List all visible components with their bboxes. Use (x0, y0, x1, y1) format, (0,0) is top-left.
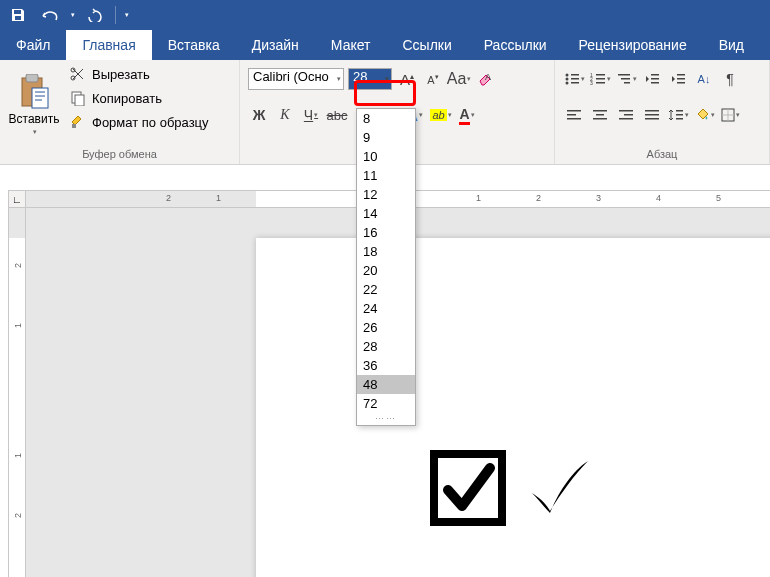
eraser-icon: A (477, 71, 493, 87)
bold-button[interactable]: Ж (248, 104, 270, 126)
align-center-icon (593, 109, 607, 121)
font-size-option[interactable]: 24 (357, 299, 415, 318)
checkmark-icon (524, 453, 594, 523)
tab-review[interactable]: Рецензирование (563, 30, 703, 60)
font-size-option[interactable]: 72 (357, 394, 415, 413)
undo-button[interactable] (38, 3, 62, 27)
paste-button[interactable]: Вставить ▾ (6, 64, 62, 146)
font-size-combo[interactable]: 28 ▾ (348, 68, 392, 90)
svg-point-13 (565, 82, 568, 85)
tab-design[interactable]: Дизайн (236, 30, 315, 60)
svg-rect-41 (645, 118, 659, 120)
vertical-ruler[interactable]: 2 1 1 2 (8, 208, 26, 577)
svg-rect-37 (624, 114, 633, 116)
svg-rect-44 (676, 118, 683, 120)
multilevel-icon (616, 72, 632, 86)
shrink-font-button[interactable]: A▾ (422, 68, 444, 90)
svg-rect-40 (645, 114, 659, 116)
increase-indent-button[interactable] (667, 68, 689, 90)
grow-font-button[interactable]: A▴ (396, 68, 418, 90)
multilevel-button[interactable]: ▾ (615, 68, 637, 90)
tab-layout[interactable]: Макет (315, 30, 387, 60)
tab-file[interactable]: Файл (0, 30, 66, 60)
font-size-option[interactable]: 22 (357, 280, 415, 299)
numbering-button[interactable]: 123▾ (589, 68, 611, 90)
highlight-button[interactable]: ab▾ (430, 104, 452, 126)
copy-button[interactable]: Копировать (66, 88, 213, 108)
tab-home[interactable]: Главная (66, 30, 151, 60)
align-right-icon (619, 109, 633, 121)
svg-rect-38 (619, 118, 633, 120)
tab-view[interactable]: Вид (703, 30, 760, 60)
font-name-combo[interactable]: Calibri (Осно ▾ (248, 68, 344, 90)
font-size-option[interactable]: 12 (357, 185, 415, 204)
svg-rect-29 (677, 82, 685, 84)
svg-text:3: 3 (590, 80, 593, 86)
font-size-option[interactable]: 9 (357, 128, 415, 147)
svg-rect-27 (677, 74, 685, 76)
group-clipboard: Вставить ▾ Вырезать Копировать Формат по… (0, 60, 240, 164)
spacing-icon (668, 108, 684, 122)
font-size-option[interactable]: 16 (357, 223, 415, 242)
font-size-option[interactable]: 10 (357, 147, 415, 166)
clear-format-button[interactable]: A (474, 68, 496, 90)
outdent-icon (644, 72, 660, 86)
svg-rect-22 (621, 78, 630, 80)
bullets-button[interactable]: ▾ (563, 68, 585, 90)
document-content-checkmarks (430, 450, 594, 526)
svg-rect-1 (26, 74, 38, 82)
font-size-option[interactable]: 36 (357, 356, 415, 375)
bucket-icon (694, 108, 710, 122)
shading-button[interactable]: ▾ (693, 104, 715, 126)
show-marks-button[interactable]: ¶ (719, 68, 741, 90)
tab-references[interactable]: Ссылки (386, 30, 467, 60)
svg-rect-36 (619, 110, 633, 112)
redo-button[interactable] (83, 3, 107, 27)
align-right-button[interactable] (615, 104, 637, 126)
svg-rect-2 (32, 88, 48, 108)
quick-access-toolbar: ▾ ▾ (0, 0, 770, 30)
paste-icon (18, 74, 50, 110)
font-size-option[interactable]: 26 (357, 318, 415, 337)
font-size-option[interactable]: 48 (357, 375, 415, 394)
align-center-button[interactable] (589, 104, 611, 126)
font-size-option[interactable]: 14 (357, 204, 415, 223)
underline-button[interactable]: Ч▾ (300, 104, 322, 126)
format-painter-label: Формат по образцу (92, 115, 209, 130)
font-size-option[interactable]: 20 (357, 261, 415, 280)
sort-button[interactable]: A↓ (693, 68, 715, 90)
cut-button[interactable]: Вырезать (66, 64, 213, 84)
tab-selector[interactable]: ∟ (8, 190, 26, 208)
ribbon-tabs: Файл Главная Вставка Дизайн Макет Ссылки… (0, 30, 770, 60)
decrease-indent-button[interactable] (641, 68, 663, 90)
tab-insert[interactable]: Вставка (152, 30, 236, 60)
svg-rect-21 (618, 74, 630, 76)
borders-button[interactable]: ▾ (719, 104, 741, 126)
align-left-button[interactable] (563, 104, 585, 126)
font-size-option[interactable]: 11 (357, 166, 415, 185)
svg-rect-20 (596, 82, 605, 84)
font-size-option[interactable]: 28 (357, 337, 415, 356)
font-size-option[interactable]: 8 (357, 109, 415, 128)
save-button[interactable] (6, 3, 30, 27)
svg-rect-25 (651, 78, 659, 80)
svg-rect-30 (567, 110, 581, 112)
change-case-button[interactable]: Aa▾ (448, 68, 470, 90)
font-size-option[interactable]: 18 (357, 242, 415, 261)
format-painter-button[interactable]: Формат по образцу (66, 112, 213, 132)
document-page[interactable] (256, 238, 770, 577)
font-size-dropdown[interactable]: 891011121416182022242628364872⋯⋯ (356, 108, 416, 426)
strike-button[interactable]: abc (326, 104, 348, 126)
svg-rect-10 (571, 74, 579, 76)
justify-button[interactable] (641, 104, 663, 126)
tab-mailings[interactable]: Рассылки (468, 30, 563, 60)
group-paragraph-label: Абзац (561, 146, 763, 162)
svg-rect-23 (624, 82, 630, 84)
italic-button[interactable]: К (274, 104, 296, 126)
dropdown-resize-handle[interactable]: ⋯⋯ (357, 413, 415, 425)
svg-rect-43 (676, 114, 683, 116)
indent-icon (670, 72, 686, 86)
font-color-button[interactable]: A▾ (456, 104, 478, 126)
line-spacing-button[interactable]: ▾ (667, 104, 689, 126)
group-clipboard-label: Буфер обмена (6, 146, 233, 162)
